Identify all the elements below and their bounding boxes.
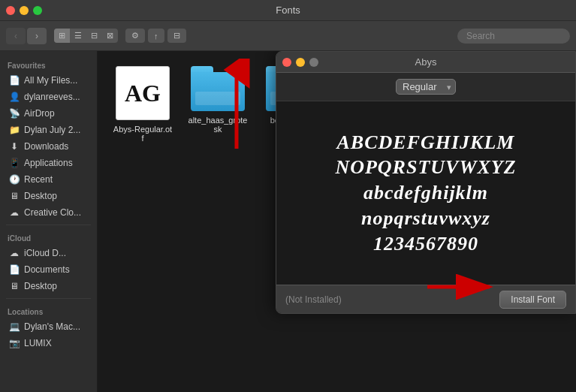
doc-icon: 📄 [9, 264, 20, 275]
desktop-icon: 🖥 [9, 191, 20, 201]
gallery-view-button[interactable]: ⊠ [102, 29, 118, 43]
modal-titlebar: Abys [276, 52, 575, 73]
font-preview-text: AG [125, 80, 161, 107]
modal-footer: (Not Installed) Install F [276, 285, 575, 313]
style-select-wrapper: Regular [396, 79, 456, 95]
install-font-button[interactable]: Install Font [499, 291, 566, 309]
airdrop-icon: 📡 [9, 108, 20, 119]
applications-icon: 📱 [9, 158, 20, 168]
sidebar-item-icloud-drive[interactable]: ☁ iCloud D... [2, 246, 95, 261]
sidebar-item-creative-cloud[interactable]: ☁ Creative Clo... [2, 205, 95, 220]
sidebar-item-dylanreeves[interactable]: 👤 dylanreeves... [2, 89, 95, 104]
minimize-button[interactable] [20, 6, 29, 15]
folder-alte-haas-label: alte_haas_grotesk [188, 116, 248, 134]
maximize-button[interactable] [33, 6, 42, 15]
font-file-label: Abys-Regular.otf [113, 125, 173, 143]
main-content: Favourites 📄 All My Files... 👤 dylanreev… [0, 51, 576, 392]
modal-title: Abys [415, 56, 437, 68]
sidebar: Favourites 📄 All My Files... 👤 dylanreev… [0, 51, 98, 392]
sidebar-item-lumix[interactable]: 📷 LUMIX [2, 336, 95, 351]
sidebar-item-all-my-files[interactable]: 📄 All My Files... [2, 73, 95, 88]
style-select[interactable]: Regular [396, 79, 456, 95]
file-item-font[interactable]: AG Abys-Regular.otf [113, 66, 173, 143]
favourites-label: Favourites [0, 57, 97, 71]
divider-2 [6, 298, 91, 299]
font-preview-icon: AG [116, 66, 170, 120]
nav-buttons: ‹ › [6, 28, 47, 44]
install-status: (Not Installed) [285, 294, 342, 305]
modal-close-button[interactable] [282, 58, 291, 67]
file-area: AG Abys-Regular.otf alte_haas_grotesk be… [98, 51, 576, 392]
titlebar: Fonts [0, 0, 576, 21]
install-area: Install Font [499, 291, 566, 309]
sidebar-item-july[interactable]: 📁 Dylan July 2... [2, 122, 95, 137]
icloud-icon: ☁ [9, 248, 20, 258]
user-icon: 👤 [9, 92, 20, 102]
modal-preview-area: ABCDEFGHIJKLM NOPQRSTUVWXYZ abcdefghijkl… [276, 101, 575, 285]
icloud-label: iCloud [0, 230, 97, 244]
icon-view-button[interactable]: ⊞ [54, 29, 70, 43]
list-view-button[interactable]: ☰ [70, 29, 86, 43]
divider-1 [6, 225, 91, 225]
search-input[interactable] [457, 29, 570, 44]
font-modal: Abys Regular ABCDEFGHIJKLM NOPQRSTUVWXYZ… [276, 51, 576, 314]
sidebar-item-downloads[interactable]: ⬇ Downloads [2, 139, 95, 154]
toolbar: ‹ › ⊞ ☰ ⊟ ⊠ ⚙ ↑ ⊟ [0, 21, 576, 51]
download-icon: ⬇ [9, 141, 20, 152]
folder-alte-haas-icon [191, 66, 245, 111]
folder-icon: 📁 [9, 125, 20, 135]
desktop2-icon: 🖥 [9, 281, 20, 291]
forward-button[interactable]: › [27, 28, 47, 44]
column-view-button[interactable]: ⊟ [86, 29, 102, 43]
cloud-icon: ☁ [9, 207, 20, 218]
modal-font-preview: ABCDEFGHIJKLM NOPQRSTUVWXYZ abcdefghijkl… [335, 130, 516, 257]
sidebar-item-recent[interactable]: 🕐 Recent [2, 172, 95, 187]
laptop-icon: 💻 [9, 321, 20, 332]
sidebar-item-applications[interactable]: 📱 Applications [2, 155, 95, 170]
locations-label: Locations [0, 303, 97, 318]
sidebar-item-airdrop[interactable]: 📡 AirDrop [2, 106, 95, 121]
back-button[interactable]: ‹ [6, 28, 26, 44]
modal-minimize-button[interactable] [296, 58, 305, 67]
clock-icon: 🕐 [9, 174, 20, 185]
view-toggle: ⊞ ☰ ⊟ ⊠ [54, 29, 118, 43]
toolbar-actions: ⚙ ↑ ⊟ [125, 29, 186, 43]
modal-controls: Regular [276, 73, 575, 101]
sidebar-item-icloud-desktop[interactable]: 🖥 Desktop [2, 279, 95, 294]
sidebar-item-dylans-mac[interactable]: 💻 Dylan's Mac... [2, 319, 95, 334]
camera-icon: 📷 [9, 338, 20, 348]
modal-maximize-button[interactable] [309, 58, 318, 67]
share-button[interactable]: ↑ [148, 29, 164, 43]
close-button[interactable] [6, 6, 15, 15]
traffic-lights [6, 6, 42, 15]
file-icon: 📄 [9, 75, 20, 86]
file-item-alte-haas[interactable]: alte_haas_grotesk [188, 66, 248, 143]
tags-button[interactable]: ⊟ [167, 29, 186, 43]
window-title: Fonts [276, 5, 300, 16]
settings-button[interactable]: ⚙ [125, 29, 145, 43]
sidebar-item-documents[interactable]: 📄 Documents [2, 262, 95, 277]
sidebar-item-desktop[interactable]: 🖥 Desktop [2, 188, 95, 204]
